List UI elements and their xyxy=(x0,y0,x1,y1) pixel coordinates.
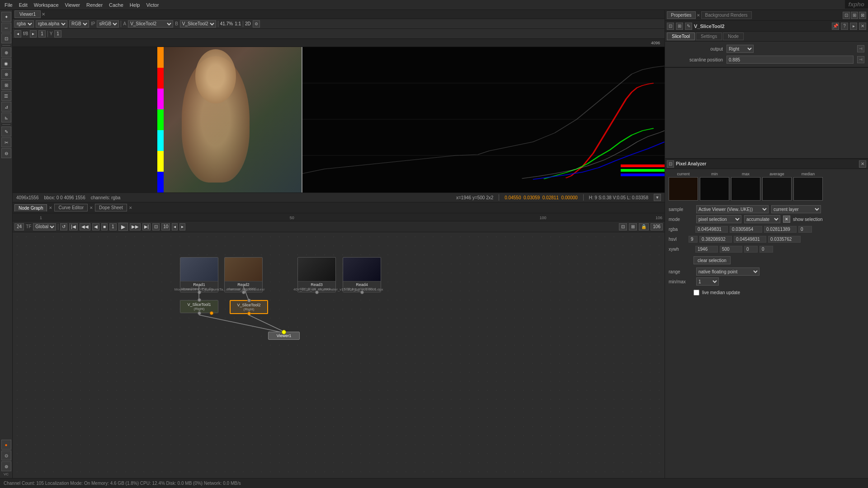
properties-tab[interactable]: Properties xyxy=(667,11,696,19)
prev-frame-btn[interactable]: ◂ xyxy=(14,30,21,38)
pa-minmax-select[interactable]: 1 2 xyxy=(696,277,719,286)
menu-render[interactable]: Render xyxy=(84,1,105,9)
pa-layer-select[interactable]: current layer xyxy=(771,205,821,213)
menu-edit[interactable]: Edit xyxy=(16,1,30,9)
tool-10[interactable]: ⊖ xyxy=(1,148,11,158)
node-expand-btn[interactable]: ▸ xyxy=(850,23,857,30)
menu-help[interactable]: Help xyxy=(127,1,143,9)
node-vslice2[interactable]: V_SliceTool2 (Right) xyxy=(230,300,268,314)
output-select[interactable]: Right Left Both xyxy=(726,45,754,53)
color-space-in-select[interactable]: RGB xyxy=(69,20,89,28)
pa-close-btn[interactable]: ✕ xyxy=(859,160,866,168)
node-viewer1-input[interactable] xyxy=(282,330,286,334)
tool-8[interactable]: ✎ xyxy=(1,127,11,136)
tool-crop[interactable]: ⊡ xyxy=(1,33,11,43)
pa-show-selection-x[interactable]: ✕ xyxy=(783,216,790,223)
node-vslice1-right[interactable] xyxy=(210,311,213,315)
viewer-tab-close[interactable]: ✕ xyxy=(42,12,45,17)
pa-sample-select[interactable]: Active Viewer (View..UKE)) xyxy=(696,205,769,213)
vc-label: VC xyxy=(4,472,9,476)
tab-node-graph[interactable]: Node Graph xyxy=(14,204,47,211)
node-help-btn[interactable]: ? xyxy=(841,23,848,30)
tool-1[interactable]: ⊕ xyxy=(1,47,11,57)
menu-viewer[interactable]: Viewer xyxy=(62,1,83,9)
node-vslice2-input[interactable] xyxy=(247,299,251,302)
scanline-slider-handle[interactable]: ⊣ xyxy=(857,56,864,63)
tool-bottom-3[interactable]: ⊚ xyxy=(1,461,11,471)
bounce-btn[interactable]: ⊡ xyxy=(152,223,160,230)
next-frame-btn[interactable]: ▸ xyxy=(30,30,37,38)
go-start-btn[interactable]: |◀ xyxy=(69,223,78,230)
panel-icon-1[interactable]: ⊡ xyxy=(843,12,850,19)
tool-5[interactable]: ☰ xyxy=(1,91,11,101)
node-pin-btn[interactable]: 📌 xyxy=(832,23,839,30)
pa-icon-1[interactable]: ⊡ xyxy=(667,160,674,168)
channel-type-select[interactable]: rgba xyxy=(14,20,34,28)
a-input-select[interactable]: V_SliceTool2 xyxy=(128,20,173,28)
menu-cache[interactable]: Cache xyxy=(106,1,126,9)
go-end-btn[interactable]: ▶| xyxy=(142,223,151,230)
tool-9[interactable]: ✂ xyxy=(1,137,11,147)
node-vslice2-output[interactable] xyxy=(247,312,251,315)
menu-victor[interactable]: Victor xyxy=(143,1,161,9)
menu-workspace[interactable]: Workspace xyxy=(31,1,61,9)
play-back-btn[interactable]: ◀ xyxy=(92,223,99,230)
node-graph-canvas[interactable]: Read1 MoonShineVFX_Cyb... Read2 charcoal… xyxy=(13,232,665,478)
node-icon-2[interactable]: ⊞ xyxy=(676,23,683,30)
tab-node-graph-close[interactable]: ✕ xyxy=(49,206,52,210)
node-vslice1-input[interactable] xyxy=(198,298,201,302)
loop-btn[interactable]: ↺ xyxy=(60,223,67,230)
clear-selection-btn[interactable]: clear selection xyxy=(693,256,731,264)
subtab-slicetool[interactable]: SliceTool xyxy=(667,33,695,40)
bg-renders-tab[interactable]: Background Renders xyxy=(701,11,752,19)
node-vslice1[interactable]: V_SliceTool1 (Right) xyxy=(180,300,218,313)
pa-mode-select[interactable]: pixel selection xyxy=(696,215,741,223)
viewer-settings-btn[interactable]: ⚙ xyxy=(253,20,260,28)
tool-4[interactable]: ⊞ xyxy=(1,80,11,90)
tool-move[interactable]: ↔ xyxy=(1,23,11,33)
stop-btn[interactable]: ■ xyxy=(101,223,108,230)
render-btn[interactable]: ⊡ xyxy=(619,223,627,230)
properties-tab-close[interactable]: ✕ xyxy=(697,13,700,18)
pa-range-select[interactable]: native floating point xyxy=(696,267,760,276)
pa-accumulate-select[interactable]: accumulate xyxy=(744,215,780,223)
step-fwd-btn[interactable]: ▶▶ xyxy=(130,223,141,230)
node-close-btn[interactable]: ✕ xyxy=(859,23,866,30)
alpha-channel-select[interactable]: rgba.alpha xyxy=(36,20,67,28)
next-key-btn[interactable]: ▸ xyxy=(179,223,185,230)
tool-2[interactable]: ◉ xyxy=(1,58,11,68)
output-slider-handle[interactable]: ⊣ xyxy=(857,45,864,52)
lock-btn[interactable]: 🔒 xyxy=(639,223,649,230)
color-space-out-select[interactable]: sRGB xyxy=(97,20,119,28)
subtab-node[interactable]: Node xyxy=(723,33,744,40)
panel-icon-2[interactable]: ⊞ xyxy=(851,12,858,19)
playback-select[interactable]: Global xyxy=(33,223,56,230)
tab-dope-sheet-close[interactable]: ✕ xyxy=(129,206,132,210)
menu-file[interactable]: File xyxy=(2,1,15,9)
frame-step-btn[interactable]: 10 xyxy=(161,223,170,230)
node-icon-1[interactable]: ⊡ xyxy=(667,23,674,30)
step-back-btn[interactable]: ◀◀ xyxy=(80,223,90,230)
play-fwd-btn[interactable]: ▶ xyxy=(118,223,128,231)
tool-7[interactable]: ⊾ xyxy=(1,113,11,122)
tab-dope-sheet[interactable]: Dope Sheet xyxy=(95,204,127,211)
tool-select[interactable]: ✦ xyxy=(1,12,11,22)
node-vslice1-output[interactable] xyxy=(198,311,201,315)
panel-icon-3[interactable]: ⊠ xyxy=(859,12,866,19)
tool-6[interactable]: ⊿ xyxy=(1,102,11,112)
tab-curve-editor-close[interactable]: ✕ xyxy=(90,206,93,210)
node-icon-pencil[interactable]: ✎ xyxy=(685,23,692,30)
live-median-checkbox[interactable] xyxy=(693,290,699,296)
node-viewer1[interactable]: Viewer1 xyxy=(268,332,300,340)
pa-rgba-val-a: 0 xyxy=(798,226,812,233)
tab-curve-editor[interactable]: Curve Editor xyxy=(54,204,88,211)
tool-bottom-1[interactable]: ● xyxy=(1,440,11,450)
tool-3[interactable]: ⊗ xyxy=(1,69,11,79)
prev-key-btn[interactable]: ◂ xyxy=(172,223,178,230)
render-cache-btn[interactable]: ⊞ xyxy=(629,223,637,230)
b-input-select[interactable]: V_SliceTool2 xyxy=(180,20,216,28)
status-expand-btn[interactable]: ▼ xyxy=(654,194,661,201)
tool-bottom-2[interactable]: ⊙ xyxy=(1,450,11,460)
subtab-settings[interactable]: Settings xyxy=(696,33,722,40)
viewer-tab[interactable]: Viewer1 xyxy=(14,10,41,18)
